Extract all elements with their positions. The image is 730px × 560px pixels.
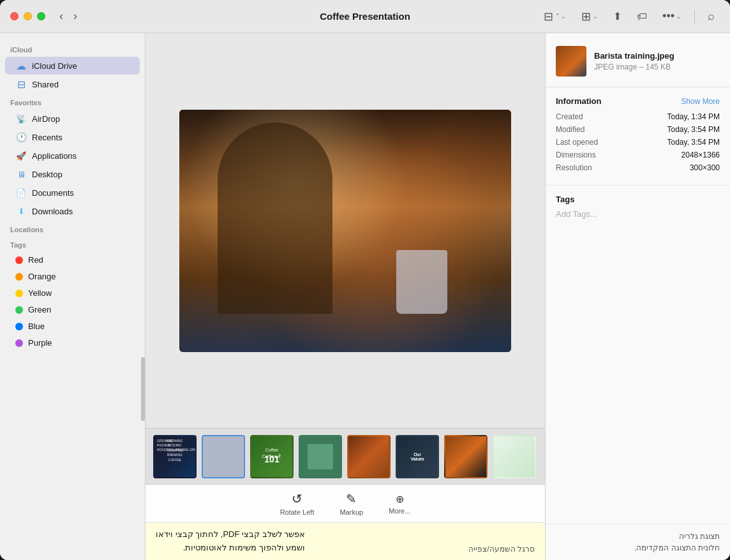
- search-icon: ⌕: [708, 10, 715, 23]
- sidebar-item-tag-yellow-label: Yellow: [28, 288, 52, 298]
- markup-label: Markup: [339, 508, 363, 516]
- documents-icon: 📄: [15, 187, 27, 198]
- tag-orange-dot: [15, 273, 23, 281]
- close-button[interactable]: [10, 12, 19, 20]
- forward-button[interactable]: ›: [70, 8, 81, 24]
- markup-icon: ✎: [346, 491, 357, 506]
- info-row-modified: Modified Today, 3:54 PM: [556, 125, 720, 134]
- tags-section: Tags Add Tags...: [546, 186, 730, 228]
- sidebar-item-tag-purple[interactable]: Purple: [5, 335, 140, 351]
- sidebar-item-tag-blue[interactable]: Blue: [5, 318, 140, 334]
- info-row-dimensions: Dimensions 2048×1366: [556, 151, 720, 159]
- sidebar-item-tag-blue-label: Blue: [28, 321, 45, 331]
- bottom-annotation-text: אפשר לשלב קבצי PDF, לחתוך קבצי וידאו ושמ…: [156, 528, 305, 555]
- window-title: Coffee Presentation: [320, 11, 410, 22]
- sidebar-item-shared-label: Shared: [32, 80, 59, 89]
- info-key-resolution: Resolution: [556, 163, 592, 172]
- thumbnail-strip: GROWINGPICKINGROASTINGBREWINGCOFFEE Coff…: [145, 428, 545, 484]
- sidebar-section-locations: Locations: [0, 221, 145, 236]
- info-key-created: Created: [556, 112, 583, 121]
- thumbnail-1[interactable]: GROWINGPICKINGROASTINGBREWINGCOFFEE: [153, 435, 197, 478]
- sidebar-item-tag-purple-label: Purple: [28, 338, 52, 348]
- downloads-icon: ⬇: [15, 205, 27, 217]
- thumbnail-8[interactable]: [493, 435, 536, 478]
- toolbar-separator: [694, 10, 695, 23]
- sidebar: iCloud ☁ iCloud Drive ⊟ Shared Favorites…: [0, 33, 145, 560]
- maximize-button[interactable]: [37, 12, 45, 20]
- bottom-annotation: סרגל השמעה/צפייה אפשר לשלב קבצי PDF, לחת…: [145, 522, 545, 560]
- sidebar-section-icloud: iCloud: [0, 41, 145, 56]
- sidebar-item-tag-yellow[interactable]: Yellow: [5, 285, 140, 301]
- recents-icon: 🕐: [15, 131, 27, 143]
- info-value-modified: Today, 3:54 PM: [667, 125, 720, 134]
- sidebar-item-airdrop[interactable]: 📡 AirDrop: [5, 110, 140, 128]
- titlebar: ‹ › Coffee Presentation ⊟ ⌃⌄ ⊞ ⌄ ⬆ 🏷 •••…: [0, 0, 730, 33]
- view-toggle-button[interactable]: ⊟ ⌃⌄: [539, 7, 571, 26]
- file-type: JPEG image – 145 KB: [594, 63, 720, 71]
- sidebar-item-desktop-label: Desktop: [32, 170, 63, 179]
- sidebar-section-favorites: Favorites: [0, 94, 145, 109]
- more-tools-button[interactable]: ⊕ More...: [389, 493, 410, 515]
- tag-purple-dot: [15, 339, 23, 347]
- finder-window: ‹ › Coffee Presentation ⊟ ⌃⌄ ⊞ ⌄ ⬆ 🏷 •••…: [0, 0, 730, 560]
- sidebar-item-tag-red[interactable]: Red: [5, 252, 140, 268]
- info-key-lastopened: Last opened: [556, 138, 598, 147]
- sidebar-item-shared[interactable]: ⊟ Shared: [5, 75, 140, 93]
- search-button[interactable]: ⌕: [703, 7, 720, 26]
- rotate-left-button[interactable]: ↺ Rotate Left: [280, 491, 315, 516]
- sidebar-item-icloud-drive[interactable]: ☁ iCloud Drive: [5, 57, 140, 75]
- more-tools-label: More...: [389, 507, 410, 515]
- file-info: Barista training.jpeg JPEG image – 145 K…: [594, 51, 720, 72]
- tag-icon: 🏷: [637, 11, 647, 22]
- info-section-title: Information: [556, 96, 602, 106]
- info-section-header: Information Show More: [556, 96, 720, 106]
- thumbnail-2[interactable]: [202, 435, 245, 478]
- file-thumb-image: [556, 46, 586, 77]
- information-section: Information Show More Created Today, 1:3…: [546, 87, 730, 186]
- gallery-view-button[interactable]: ⊞ ⌄: [576, 7, 603, 26]
- preview-main: [145, 33, 545, 428]
- icloud-drive-icon: ☁: [15, 60, 27, 71]
- show-more-button[interactable]: Show More: [681, 97, 720, 106]
- info-row-resolution: Resolution 300×300: [556, 163, 720, 172]
- sidebar-item-documents-label: Documents: [32, 188, 74, 198]
- more-tools-icon: ⊕: [396, 493, 404, 505]
- thumbnail-6[interactable]: OurValues: [396, 435, 439, 478]
- sidebar-item-recents[interactable]: 🕐 Recents: [5, 128, 140, 146]
- sidebar-item-tag-green[interactable]: Green: [5, 302, 140, 318]
- tag-button[interactable]: 🏷: [632, 8, 652, 25]
- sidebar-item-tag-red-label: Red: [28, 255, 43, 265]
- thumbnail-4[interactable]: [299, 435, 342, 478]
- share-button[interactable]: ⬆: [608, 8, 627, 25]
- rotate-left-icon: ↺: [292, 491, 302, 506]
- info-value-dimensions: 2048×1366: [682, 151, 720, 159]
- minimize-button[interactable]: [24, 12, 32, 20]
- applications-icon: 🚀: [15, 150, 27, 161]
- info-value-resolution: 300×300: [690, 163, 720, 172]
- sidebar-item-desktop[interactable]: 🖥 Desktop: [5, 165, 140, 183]
- more-options-button[interactable]: ••• ⌄: [657, 7, 687, 26]
- markup-button[interactable]: ✎ Markup: [339, 491, 363, 516]
- sidebar-item-tag-green-label: Green: [28, 305, 51, 314]
- rotate-left-label: Rotate Left: [280, 508, 315, 516]
- gallery-icon: ⊞: [581, 10, 591, 24]
- thumbnail-7[interactable]: [444, 435, 488, 478]
- share-icon: ⬆: [613, 10, 622, 22]
- add-tags-input[interactable]: Add Tags...: [556, 209, 720, 219]
- sidebar-scrollbar[interactable]: [141, 357, 145, 421]
- sidebar-item-downloads[interactable]: ⬇ Downloads: [5, 202, 140, 220]
- gallery-chevron: ⌄: [592, 12, 598, 20]
- sidebar-item-applications[interactable]: 🚀 Applications: [5, 147, 140, 165]
- more-icon: •••: [662, 10, 674, 23]
- sidebar-item-documents[interactable]: 📄 Documents: [5, 184, 140, 202]
- sidebar-item-downloads-label: Downloads: [32, 207, 73, 216]
- back-button[interactable]: ‹: [56, 8, 67, 24]
- thumbnail-5[interactable]: [347, 435, 391, 478]
- info-panel: Barista training.jpeg JPEG image – 145 K…: [545, 33, 730, 560]
- sidebar-section-tags: Tags: [0, 236, 145, 251]
- thumbnail-3[interactable]: Coffee101: [250, 435, 294, 478]
- file-header: Barista training.jpeg JPEG image – 145 K…: [546, 33, 730, 87]
- sidebar-item-icloud-drive-label: iCloud Drive: [32, 61, 77, 71]
- view-icon: ⊟: [544, 10, 553, 24]
- sidebar-item-tag-orange[interactable]: Orange: [5, 269, 140, 284]
